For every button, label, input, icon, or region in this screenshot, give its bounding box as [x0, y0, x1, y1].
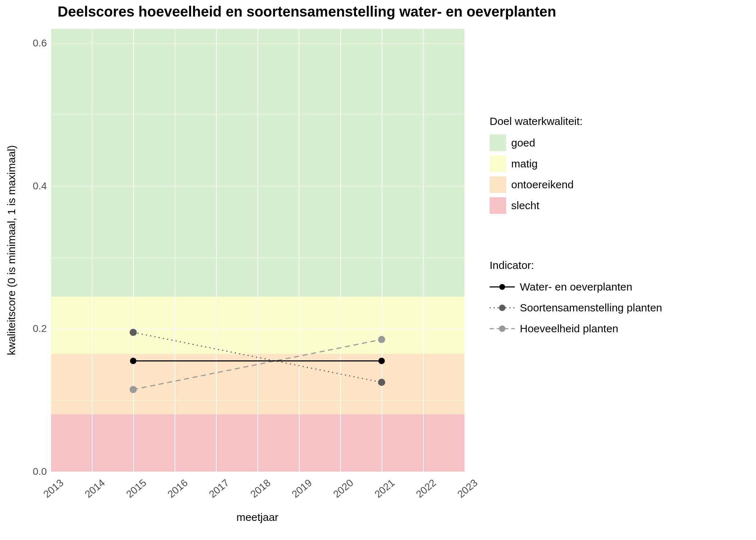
- grid-v: [464, 29, 465, 472]
- legend-label: ontoereikend: [511, 179, 573, 191]
- x-tick: 2019: [290, 477, 314, 500]
- y-tick: 0.6: [33, 37, 47, 49]
- y-axis-label: kwaliteitscore (0 is minimaal, 1 is maxi…: [5, 145, 18, 355]
- y-axis: 0.0 0.2 0.4 0.6: [22, 29, 50, 472]
- line-soorten: [133, 332, 382, 382]
- legend-item-goed: goed: [490, 135, 742, 151]
- legend-indicators: Indicator: Water- en oeverplanten Soorte…: [490, 259, 742, 341]
- legend-item-matig: matig: [490, 156, 742, 172]
- point-soorten: [130, 329, 137, 336]
- x-tick: 2021: [373, 477, 397, 500]
- x-tick: 2013: [41, 477, 66, 500]
- line-hoeveelheid: [133, 339, 382, 390]
- plot-area: [50, 29, 464, 472]
- svg-point-5: [499, 325, 505, 332]
- legend-item-hoeveelheid: Hoeveelheid planten: [490, 320, 742, 337]
- x-tick: 2023: [455, 477, 480, 500]
- legend-item-water-oever: Water- en oeverplanten: [490, 279, 742, 295]
- legend-indicators-title: Indicator:: [490, 259, 742, 271]
- chart-title: Deelscores hoeveelheid en soortensamenst…: [0, 4, 756, 20]
- legend-bands-title: Doel waterkwaliteit:: [490, 115, 742, 127]
- point-water-oever: [130, 358, 136, 364]
- series-svg: [50, 29, 464, 472]
- x-tick: 2020: [331, 477, 356, 500]
- point-water-oever: [378, 358, 385, 364]
- legend-label: slecht: [511, 199, 539, 212]
- swatch-line-dotted: [490, 300, 515, 316]
- swatch-goed: [490, 135, 506, 151]
- point-hoeveelheid: [378, 336, 385, 343]
- point-hoeveelheid: [130, 386, 137, 393]
- legend-item-soorten: Soortensamenstelling planten: [490, 300, 742, 316]
- x-tick: 2018: [248, 477, 273, 500]
- legend-label: goed: [511, 137, 535, 149]
- y-tick: 0.4: [33, 180, 47, 192]
- swatch-line-solid: [490, 279, 515, 295]
- x-tick: 2016: [166, 477, 190, 500]
- legend-bands: Doel waterkwaliteit: goed matig ontoerei…: [490, 115, 742, 218]
- chart-container: Deelscores hoeveelheid en soortensamenst…: [0, 0, 756, 540]
- swatch-ontoereikend: [490, 176, 506, 193]
- legend-label: Water- en oeverplanten: [520, 281, 632, 293]
- swatch-line-dashed: [490, 320, 515, 337]
- x-axis-label: meetjaar: [50, 511, 464, 523]
- x-tick: 2017: [207, 477, 231, 500]
- swatch-slecht: [490, 197, 506, 214]
- x-axis: 2013 2014 2015 2016 2017 2018 2019 2020 …: [50, 472, 464, 515]
- legend-item-ontoereikend: ontoereikend: [490, 176, 742, 193]
- legend-label: matig: [511, 158, 537, 170]
- svg-point-1: [499, 284, 505, 290]
- y-tick: 0.0: [33, 466, 47, 477]
- legend-label: Soortensamenstelling planten: [520, 302, 662, 314]
- x-tick: 2015: [124, 477, 149, 500]
- point-soorten: [378, 379, 385, 386]
- legend-item-slecht: slecht: [490, 197, 742, 214]
- legend-label: Hoeveelheid planten: [520, 323, 618, 335]
- x-tick: 2014: [83, 477, 107, 500]
- svg-point-3: [499, 305, 505, 311]
- x-tick: 2022: [414, 477, 438, 500]
- y-tick: 0.2: [33, 323, 47, 334]
- swatch-matig: [490, 156, 506, 172]
